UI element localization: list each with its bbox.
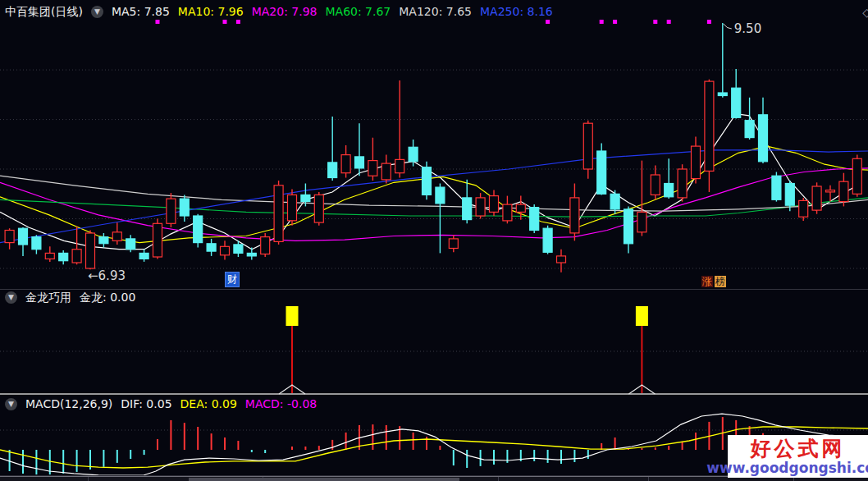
chevron-circle-icon[interactable]: ▼ <box>91 6 103 18</box>
ma250-value: MA250: 8.16 <box>480 5 553 18</box>
ma-lines-layer <box>0 114 868 250</box>
ma-line-MA250 <box>0 150 868 243</box>
ma60-value: MA60: 7.67 <box>325 5 391 18</box>
watermark-url: www.goodgongshi.com <box>706 460 868 476</box>
jinlong-value: 金龙: 0.00 <box>80 291 135 304</box>
diamond-icon[interactable]: ◇ <box>862 6 868 19</box>
zhang-tag[interactable]: 涨 <box>701 276 713 287</box>
macd-header: ▼ MACD(12,26,9) DIF: 0.05 DEA: 0.09 MACD… <box>5 397 317 410</box>
ma10-value: MA10: 7.96 <box>178 5 244 18</box>
high-price-label: 9.50 <box>734 21 761 36</box>
jinlong-title: 金龙巧用 <box>25 291 71 304</box>
ma5-value: MA5: 7.85 <box>112 5 170 18</box>
macd-title: MACD(12,26,9) <box>25 397 112 410</box>
watermark-brand: 好公式网 <box>751 437 846 460</box>
scrollbar-tick <box>498 477 499 481</box>
macd-value: MACD: -0.08 <box>245 397 317 410</box>
signal-dot-layer <box>156 20 711 24</box>
jinlong-header: ▼ 金龙巧用 金龙: 0.00 <box>5 291 135 304</box>
news-tag-cai[interactable]: 财 <box>225 272 240 287</box>
stock-chart-window: 中百集团(日线) ▼ MA5: 7.85 MA10: 7.96 MA20: 7.… <box>0 0 868 481</box>
ma-line-MA10 <box>0 146 868 243</box>
dea-value: DEA: 0.09 <box>180 397 237 410</box>
stock-title: 中百集团(日线) <box>5 5 83 18</box>
chevron-circle-icon[interactable]: ▼ <box>5 291 17 304</box>
ma-line-MA20 <box>0 168 868 240</box>
dif-value: DIF: 0.05 <box>121 397 171 410</box>
ma20-value: MA20: 7.98 <box>252 5 318 18</box>
signal-square <box>636 306 648 326</box>
ma120-value: MA120: 7.65 <box>399 5 472 18</box>
jinlong-panel-layer <box>0 306 868 394</box>
signal-square <box>286 306 299 326</box>
bang-tag[interactable]: 榜 <box>715 276 726 287</box>
scrollbar-thumb[interactable] <box>189 478 459 481</box>
zhangbang-tag[interactable]: 涨 榜 <box>701 276 726 287</box>
scrollbar-tick <box>648 477 649 481</box>
chevron-circle-icon[interactable]: ▼ <box>5 398 17 410</box>
ma-line-MA60 <box>0 198 868 217</box>
low-price-label: ←6.93 <box>88 268 126 283</box>
scrollbar-tick <box>88 477 89 481</box>
annotation-layer: 9.50←6.93 <box>88 21 761 283</box>
watermark: 好公式网 www.goodgongshi.com <box>728 435 868 478</box>
kline-header: 中百集团(日线) ▼ MA5: 7.85 MA10: 7.96 MA20: 7.… <box>5 5 553 18</box>
